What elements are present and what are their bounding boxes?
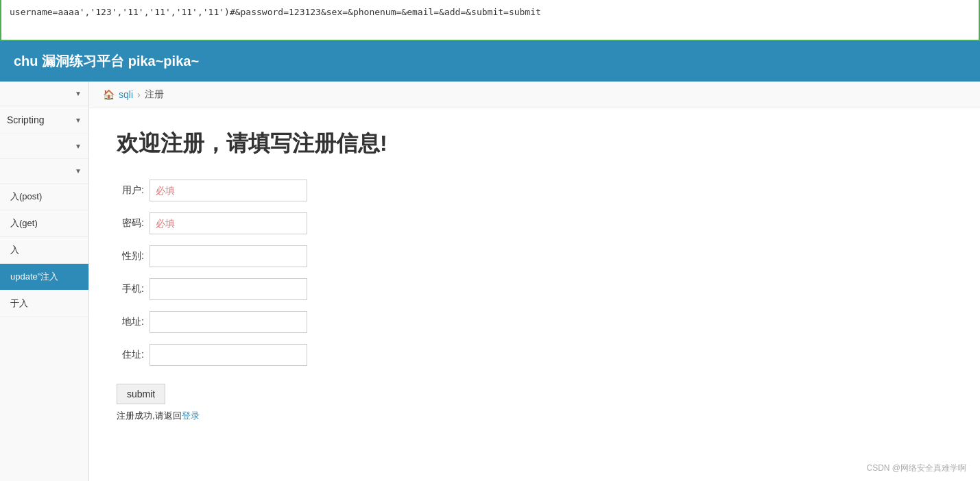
gender-input[interactable] bbox=[150, 245, 307, 267]
home-icon: 🏠 bbox=[103, 89, 115, 100]
success-message: 注册成功,请返回登录 bbox=[117, 410, 953, 422]
header-title: chu 漏洞练习平台 pika~pika~ bbox=[14, 53, 199, 69]
sidebar-item-inject-label: 入 bbox=[10, 245, 19, 255]
password-input[interactable] bbox=[150, 212, 307, 234]
residence-label: 住址: bbox=[117, 349, 144, 361]
gender-label: 性别: bbox=[117, 250, 144, 262]
sidebar-item-update-label: update"注入 bbox=[10, 271, 58, 282]
url-bar[interactable]: username=aaaa','123','11','11','11','11'… bbox=[0, 0, 980, 41]
sidebar-item-scripting-label: Scripting bbox=[7, 114, 44, 125]
sidebar-item-post-label: 入(post) bbox=[10, 191, 42, 201]
address-input[interactable] bbox=[150, 311, 307, 333]
password-row: 密码: bbox=[117, 212, 953, 234]
chevron-down-icon-2: ▼ bbox=[75, 116, 82, 124]
residence-input[interactable] bbox=[150, 344, 307, 366]
address-row: 地址: bbox=[117, 311, 953, 333]
login-link[interactable]: 登录 bbox=[182, 410, 200, 421]
chevron-down-icon: ▼ bbox=[75, 90, 82, 97]
sidebar-item-delete-label: 于入 bbox=[10, 298, 28, 308]
password-label: 密码: bbox=[117, 217, 144, 230]
sidebar-item-4[interactable]: ▼ bbox=[0, 159, 88, 184]
sidebar-item-inject[interactable]: 入 bbox=[0, 237, 88, 264]
url-text: username=aaaa','123','11','11','11','11'… bbox=[10, 7, 541, 17]
phone-input[interactable] bbox=[150, 278, 307, 300]
breadcrumb-current: 注册 bbox=[145, 88, 164, 101]
submit-button[interactable]: submit bbox=[117, 384, 165, 404]
user-row: 用户: bbox=[117, 180, 953, 201]
sidebar-item-3[interactable]: ▼ bbox=[0, 134, 88, 159]
header: chu 漏洞练习平台 pika~pika~ bbox=[0, 41, 980, 82]
sidebar-item-update-inject[interactable]: update"注入 bbox=[0, 264, 88, 291]
submit-section: submit bbox=[117, 377, 953, 404]
residence-row: 住址: bbox=[117, 344, 953, 366]
form-section: 欢迎注册，请填写注册信息! 用户: 密码: 性别: 手机: bbox=[89, 108, 980, 443]
breadcrumb-separator: › bbox=[137, 89, 141, 100]
gender-row: 性别: bbox=[117, 245, 953, 267]
breadcrumb: 🏠 sqli › 注册 bbox=[89, 82, 980, 108]
sidebar-item-1[interactable]: ▼ bbox=[0, 82, 88, 106]
page-title: 欢迎注册，请填写注册信息! bbox=[117, 129, 953, 159]
content-area: 🏠 sqli › 注册 欢迎注册，请填写注册信息! 用户: 密码: 性别: bbox=[89, 82, 980, 481]
sidebar: ▼ Scripting ▼ ▼ ▼ 入(post) 入(get) 入 updat… bbox=[0, 82, 89, 481]
success-text: 注册成功,请返回 bbox=[117, 410, 182, 421]
footer-watermark: CSDN @网络安全真难学啊 bbox=[866, 463, 966, 474]
sidebar-item-delete-inject[interactable]: 于入 bbox=[0, 291, 88, 317]
user-label: 用户: bbox=[117, 184, 144, 197]
chevron-down-icon-4: ▼ bbox=[75, 167, 82, 175]
user-input[interactable] bbox=[150, 180, 307, 201]
address-label: 地址: bbox=[117, 316, 144, 328]
phone-row: 手机: bbox=[117, 278, 953, 300]
breadcrumb-link[interactable]: sqli bbox=[119, 89, 133, 100]
phone-label: 手机: bbox=[117, 283, 144, 295]
sidebar-item-get-label: 入(get) bbox=[10, 218, 38, 228]
sidebar-item-get-inject[interactable]: 入(get) bbox=[0, 210, 88, 237]
sidebar-item-scripting[interactable]: Scripting ▼ bbox=[0, 106, 88, 134]
main-layout: ▼ Scripting ▼ ▼ ▼ 入(post) 入(get) 入 updat… bbox=[0, 82, 980, 481]
sidebar-item-post-inject[interactable]: 入(post) bbox=[0, 184, 88, 210]
chevron-down-icon-3: ▼ bbox=[75, 143, 82, 150]
